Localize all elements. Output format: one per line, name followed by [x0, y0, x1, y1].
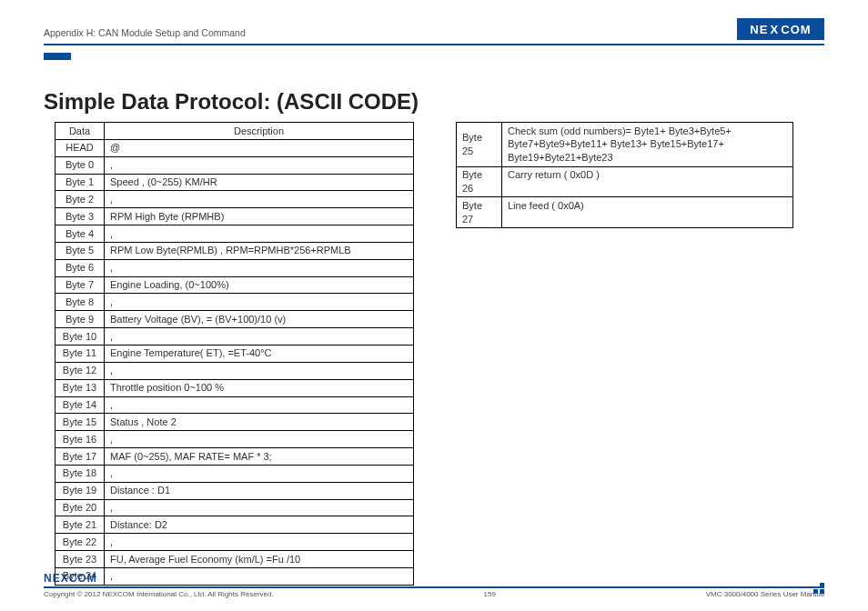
- table-row: Byte 10,: [56, 328, 414, 346]
- cell-description: Engine Temperature( ET), =ET-40°C: [105, 345, 414, 362]
- cell-description: Throttle position 0~100 %: [105, 379, 414, 396]
- table-row: Byte 14,: [56, 396, 414, 414]
- cell-description: Check sum (odd numbers)= Byte1+ Byte3+By…: [502, 123, 793, 167]
- col-data: Data: [56, 123, 105, 140]
- logo-part2: COM: [781, 23, 811, 36]
- cell-data: Byte 0: [56, 156, 105, 174]
- table-row: Byte 18,: [56, 465, 414, 482]
- table-row: Byte 26Carry return ( 0x0D ): [457, 166, 793, 197]
- table-row: Byte 11Engine Temperature( ET), =ET-40°C: [56, 345, 414, 362]
- table-row: Byte 7Engine Loading, (0~100%): [56, 276, 414, 294]
- cell-data: Byte 7: [56, 276, 105, 294]
- table-row: Byte 27Line feed ( 0x0A): [457, 197, 793, 228]
- cell-description: ,: [105, 499, 414, 516]
- cell-description: Speed , (0~255) KM/HR: [105, 174, 414, 191]
- cell-data: Byte 19: [56, 482, 105, 499]
- table-row: Byte 13Throttle position 0~100 %: [56, 379, 414, 396]
- cell-description: ,: [105, 431, 414, 448]
- cell-description: ,: [105, 396, 414, 414]
- cell-data: Byte 14: [56, 396, 105, 414]
- cell-data: Byte 23: [56, 551, 105, 568]
- cell-data: Byte 13: [56, 379, 105, 396]
- cell-data: Byte 12: [56, 362, 105, 379]
- footer-logo: NEXCOM: [44, 572, 824, 585]
- cell-description: Distance: D2: [105, 516, 414, 534]
- cell-data: Byte 1: [56, 174, 105, 191]
- table-row: Byte 15Status , Note 2: [56, 414, 414, 431]
- table-row: Byte 23FU, Average Fuel Economy (km/L) =…: [56, 551, 414, 568]
- cell-description: ,: [105, 465, 414, 482]
- table-row: Byte 1Speed , (0~255) KM/HR: [56, 174, 414, 191]
- cell-description: Battery Voltage (BV), = (BV+100)/10 (v): [105, 311, 414, 328]
- cell-description: Line feed ( 0x0A): [502, 197, 793, 228]
- cell-data: Byte 4: [56, 225, 105, 243]
- cell-data: Byte 17: [56, 448, 105, 466]
- cell-description: RPM High Byte (RPMHB): [105, 208, 414, 225]
- cell-description: FU, Average Fuel Economy (km/L) =Fu /10: [105, 551, 414, 568]
- table-row: Byte 16,: [56, 431, 414, 448]
- cell-data: Byte 9: [56, 311, 105, 328]
- cell-data: Byte 20: [56, 499, 105, 516]
- cell-data: Byte 21: [56, 516, 105, 534]
- table-row: Byte 6,: [56, 259, 414, 276]
- table-row: Byte 19Distance : D1: [56, 482, 414, 499]
- protocol-table-cont: Byte 25Check sum (odd numbers)= Byte1+ B…: [456, 122, 793, 228]
- cell-data: Byte 16: [56, 431, 105, 448]
- cell-data: Byte 2: [56, 191, 105, 208]
- header-rule: [44, 44, 824, 53]
- page-title: Simple Data Protocol: (ASCII CODE): [44, 89, 824, 115]
- table-row: Byte 8,: [56, 294, 414, 311]
- cell-description: ,: [105, 156, 414, 174]
- cell-data: Byte 8: [56, 294, 105, 311]
- table-row: Byte 4,: [56, 225, 414, 243]
- col-description: Description: [105, 123, 414, 140]
- cell-data: Byte 3: [56, 208, 105, 225]
- cell-description: @: [105, 139, 414, 156]
- table-row: Byte 25Check sum (odd numbers)= Byte1+ B…: [457, 123, 793, 167]
- logo-part1: NE: [750, 23, 768, 36]
- cell-data: Byte 22: [56, 534, 105, 551]
- cell-description: ,: [105, 534, 414, 551]
- footer-ornament-icon: [813, 583, 824, 594]
- cell-data: Byte 10: [56, 328, 105, 346]
- cell-description: Status , Note 2: [105, 414, 414, 431]
- table-row: Byte 3RPM High Byte (RPMHB): [56, 208, 414, 225]
- table-row: Byte 17MAF (0~255), MAF RATE= MAF * 3;: [56, 448, 414, 466]
- cell-data: Byte 18: [56, 465, 105, 482]
- appendix-label: Appendix H: CAN Module Setup and Command: [44, 27, 246, 40]
- table-header-row: Data Description: [56, 123, 414, 140]
- table-row: Byte 21Distance: D2: [56, 516, 414, 534]
- cell-description: ,: [105, 328, 414, 346]
- table-row: Byte 22,: [56, 534, 414, 551]
- cell-data: Byte 26: [457, 166, 502, 197]
- table-row: Byte 0,: [56, 156, 414, 174]
- logo-x-icon: X: [768, 23, 781, 36]
- cell-description: ,: [105, 362, 414, 379]
- cell-data: Byte 27: [457, 197, 502, 228]
- cell-description: Carry return ( 0x0D ): [502, 166, 793, 197]
- table-row: Byte 2,: [56, 191, 414, 208]
- footer-manual-name: VMC 3000/4000 Series User Manual: [706, 590, 824, 598]
- footer-copyright: Copyright © 2012 NEXCOM International Co…: [44, 590, 274, 598]
- cell-description: ,: [105, 225, 414, 243]
- table-row: Byte 5RPM Low Byte(RPMLB) , RPM=RPMHB*25…: [56, 242, 414, 259]
- cell-description: MAF (0~255), MAF RATE= MAF * 3;: [105, 448, 414, 466]
- table-row: Byte 9Battery Voltage (BV), = (BV+100)/1…: [56, 311, 414, 328]
- protocol-table-main: Data Description HEAD@Byte 0,Byte 1Speed…: [55, 122, 414, 586]
- cell-description: Engine Loading, (0~100%): [105, 276, 414, 294]
- cell-data: Byte 11: [56, 345, 105, 362]
- cell-description: Distance : D1: [105, 482, 414, 499]
- table-row: Byte 12,: [56, 362, 414, 379]
- cell-data: Byte 25: [457, 123, 502, 167]
- page-footer: NEXCOM Copyright © 2012 NEXCOM Internati…: [44, 572, 824, 598]
- cell-data: Byte 15: [56, 414, 105, 431]
- table-row: HEAD@: [56, 139, 414, 156]
- footer-page-number: 159: [484, 590, 496, 598]
- cell-description: ,: [105, 294, 414, 311]
- cell-description: RPM Low Byte(RPMLB) , RPM=RPMHB*256+RPML…: [105, 242, 414, 259]
- nexcom-logo: NEXCOM: [737, 18, 824, 40]
- cell-data: HEAD: [56, 139, 105, 156]
- cell-description: ,: [105, 191, 414, 208]
- cell-data: Byte 5: [56, 242, 105, 259]
- table-row: Byte 20,: [56, 499, 414, 516]
